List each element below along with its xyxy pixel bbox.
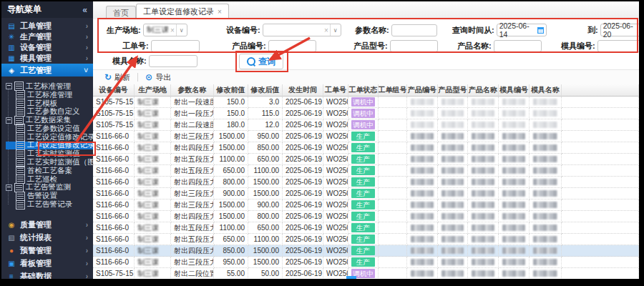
table-row[interactable]: S105-75-15制三课射出一段速度150.03.02025-06-19 06…: [93, 97, 639, 108]
table-row[interactable]: S116-66-0制三课射出五段压力650.001100.002025-06-1…: [93, 234, 639, 245]
column-header-mold_name[interactable]: 模具名称: [530, 84, 562, 97]
product-model-input[interactable]: [390, 40, 438, 52]
clear-icon[interactable]: ×: [169, 26, 176, 34]
calendar-icon[interactable]: [537, 27, 544, 34]
device-select[interactable]: × ∨: [263, 24, 341, 36]
collapse-node-icon[interactable]: [6, 83, 12, 89]
close-tab-icon[interactable]: ×: [218, 8, 222, 16]
redacted-cell-content: [533, 247, 557, 254]
sidebar-item-label: 预警管理: [20, 245, 52, 256]
column-header-product_no[interactable]: 产品编号: [407, 84, 438, 97]
column-header-before[interactable]: 修改前值: [214, 84, 248, 97]
collapse-node-icon[interactable]: [6, 184, 12, 191]
column-header-site[interactable]: 生产场地: [135, 84, 171, 97]
cell-param: 射出三段压力: [171, 199, 214, 211]
date-to-input[interactable]: 2025-06-20: [600, 24, 639, 36]
cell-product_model: [438, 257, 468, 268]
filter-panel: 生产场地: 制三课 × ∨ 设备编号: × ∨ 参数名称:: [93, 19, 639, 69]
order-no-input[interactable]: [151, 40, 200, 52]
cell-site: 制三课: [135, 222, 171, 234]
filter-device: 设备编号: × ∨: [226, 24, 341, 36]
column-header-product_model[interactable]: 产品型号: [438, 84, 468, 97]
table-row[interactable]: S116-66-0制三课射出四段压力850.001500.002025-06-1…: [93, 245, 639, 257]
filter-product-no: 产品编号:: [232, 39, 316, 52]
cell-after: 12.0: [248, 119, 283, 131]
query-button[interactable]: 查询: [239, 54, 283, 69]
refresh-button[interactable]: ↻ 刷新: [100, 72, 135, 83]
site-select[interactable]: 制三课 × ∨: [143, 24, 187, 36]
table-row[interactable]: S105-75-15制三课射出二段速度180.012.02025-06-19 0…: [93, 119, 639, 131]
table-row[interactable]: S105-75-15制三课射出二段位置55.0050.002025-06-19 …: [93, 268, 639, 279]
column-header-product_name[interactable]: 产品名称: [468, 84, 499, 97]
process-management-tree: 工艺标准管理工艺标准管理工艺模板工艺参数自定义工艺数据采集工艺参数设定值工艺设定…: [1, 82, 93, 209]
sidebar-item-模具管理[interactable]: ▦模具管理›: [1, 53, 93, 64]
cell-product_no: [407, 142, 438, 154]
tab-home[interactable]: 首页: [106, 6, 136, 19]
tab-active-label: 工单设定值修改记录: [143, 6, 214, 17]
chevron-down-icon[interactable]: ∨: [330, 24, 341, 36]
export-button[interactable]: ⊙ 导出: [141, 72, 175, 83]
table-row[interactable]: S116-66-0制三课射出五段压力1100.00650.002025-06-1…: [93, 222, 639, 234]
sidebar-item-看板管理[interactable]: ▣看板管理›: [1, 257, 93, 270]
cell-after: 115.0: [248, 108, 283, 119]
status-badge: 生产: [351, 257, 375, 267]
clear-icon[interactable]: ×: [323, 26, 330, 34]
mold-name-input[interactable]: [149, 55, 197, 67]
cell-device: S116-66-0: [93, 199, 135, 211]
table-row[interactable]: S116-66-0制三课射出四段压力1500.00850.002025-06-1…: [93, 142, 639, 154]
table-row[interactable]: S116-66-0制三课射出三段压力900.001500.002025-06-1…: [93, 188, 639, 199]
sidebar-item-生产管理[interactable]: ✳生产管理›: [1, 31, 93, 42]
table-body: S105-75-15制三课射出一段速度150.03.02025-06-19 06…: [93, 97, 639, 279]
redacted-cell-content: [411, 156, 434, 162]
product-no-input[interactable]: [268, 40, 316, 52]
table-row[interactable]: S116-66-0制三课射出三段压力950.001500.002025-06-1…: [93, 257, 639, 268]
column-header-group[interactable]: 工单组号: [379, 84, 407, 97]
collapse-sidebar-icon[interactable]: «: [82, 5, 87, 15]
table-row[interactable]: S116-66-0制三课射出三段压力1500.00900.002025-06-1…: [93, 199, 639, 211]
sidebar-item-质量管理[interactable]: ◉质量管理›: [1, 218, 93, 231]
collapse-node-icon[interactable]: [6, 117, 12, 124]
cell-time: 2025-06-19 05: [283, 131, 323, 142]
table-row[interactable]: S105-75-15制三课射出一段压力150.0115.02025-06-19 …: [93, 108, 639, 119]
table-row[interactable]: S116-66-0制三课射出五段压力1100.00650.002025-06-1…: [93, 154, 639, 165]
column-header-param[interactable]: 参数名称: [171, 84, 214, 97]
sidebar-item-label: 基础数据: [20, 271, 52, 280]
column-header-filler[interactable]: [562, 84, 639, 97]
cell-before: 150.0: [214, 108, 248, 119]
column-header-mold_no[interactable]: 模具编号: [499, 84, 530, 97]
column-header-device[interactable]: 设备编号: [93, 84, 135, 97]
cell-time: 2025-06-19 05: [283, 199, 323, 211]
table-row[interactable]: S116-66-0制三课射出五段压力650.001100.002025-06-1…: [93, 165, 639, 177]
sidebar-item-统计报表[interactable]: ▧统计报表›: [1, 231, 93, 244]
redacted-cell-content: [502, 167, 525, 174]
cell-mold_name: [530, 257, 562, 268]
order-no-label: 工单号:: [122, 41, 149, 51]
table-row[interactable]: S116-66-0制三课射出三段压力1500.00950.002025-06-1…: [93, 131, 639, 142]
mold-no-input[interactable]: [597, 40, 639, 52]
cell-time: 2025-06-19 05: [283, 165, 323, 177]
cell-after: 800.00: [248, 211, 283, 222]
cell-before: 950.00: [214, 257, 248, 268]
sidebar-item-工单管理[interactable]: ▤工单管理›: [1, 21, 93, 31]
sidebar-item-设备管理[interactable]: ▥设备管理›: [1, 42, 93, 53]
status-badge: 调机中: [351, 109, 375, 118]
sidebar-item-基础数据[interactable]: ≡基础数据›: [1, 270, 93, 279]
chevron-down-icon[interactable]: ∨: [176, 24, 187, 36]
tree-item-工艺告警记录[interactable]: 工艺告警记录: [6, 200, 93, 209]
date-from-input[interactable]: 2025-06-14: [497, 24, 547, 36]
product-name-input[interactable]: [494, 40, 542, 52]
table-row[interactable]: S116-66-0制三课射出四段压力800.001500.002025-06-1…: [93, 177, 639, 188]
cell-order: WO2506: [323, 165, 348, 177]
cell-after: 650.00: [248, 154, 283, 165]
mold-no-label: 模具编号:: [561, 41, 595, 51]
sidebar-item-工艺管理[interactable]: ◈工艺管理˅: [1, 64, 93, 77]
column-header-order[interactable]: 工单号: [323, 84, 348, 97]
table-row[interactable]: S116-66-0制三课射出四段压力1500.00800.002025-06-1…: [93, 211, 639, 222]
column-header-status[interactable]: 工单状态: [348, 84, 379, 97]
tab-work-order-value-change-records[interactable]: 工单设定值修改记录 ×: [136, 4, 229, 19]
param-input[interactable]: [391, 24, 437, 36]
cell-time: 2025-06-19 05: [283, 257, 323, 268]
sidebar-item-预警管理[interactable]: ●预警管理›: [1, 244, 93, 257]
column-header-after[interactable]: 修改后值: [248, 84, 283, 97]
column-header-time[interactable]: 发生时间: [283, 84, 323, 97]
